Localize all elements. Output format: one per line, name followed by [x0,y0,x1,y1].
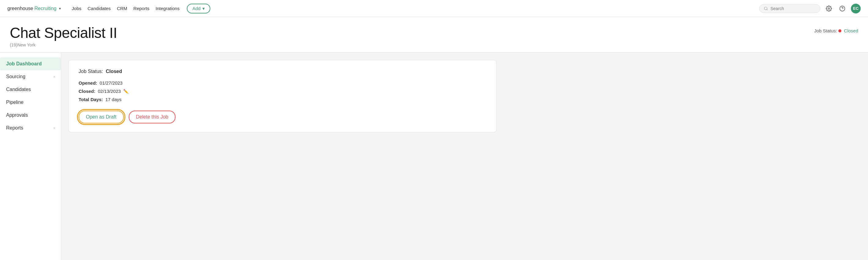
gear-icon [826,5,832,11]
search-icon [764,6,768,11]
content-card: Job Status: Closed Opened: 01/27/2023 Cl… [68,60,497,132]
help-icon [839,5,845,11]
card-total-days-value: 17 days [105,97,122,102]
sidebar-label-reports: Reports [6,125,23,131]
sidebar-item-sourcing[interactable]: Sourcing › [0,70,61,83]
card-status-value: Closed [106,69,122,74]
nav-reports[interactable]: Reports [133,6,150,11]
page-subtitle: (19)New York [10,42,117,47]
nav-integrations[interactable]: Integrations [156,6,180,11]
sidebar-item-approvals[interactable]: Approvals [0,109,61,122]
page-title: Chat Specialist II [10,25,117,41]
logo-chevron-icon: ▾ [59,6,61,11]
page-header: Chat Specialist II (19)New York Job Stat… [0,17,868,53]
svg-point-0 [764,7,767,9]
page-body: Job Dashboard Sourcing › Candidates Pipe… [0,53,868,260]
card-closed-label: Closed: [79,89,95,94]
job-status-label: Job Status: [814,28,837,33]
card-status-label: Job Status: [79,69,103,74]
logo-text-green: Recruiting [35,6,57,11]
edit-closed-date-icon[interactable]: ✏️ [123,89,128,94]
add-label: Add [192,6,200,11]
sidebar-label-sourcing: Sourcing [6,74,25,79]
job-status-value: Closed [844,28,858,33]
job-status-header: Job Status: Closed [814,28,858,33]
card-opened-value: 01/27/2023 [100,80,123,86]
nav-links: Jobs Candidates CRM Reports Integrations [72,6,180,11]
status-dot-icon [838,29,841,32]
card-total-days-label: Total Days: [79,97,103,102]
card-total-days-row: Total Days: 17 days [79,97,487,102]
chevron-right-icon-reports: › [54,126,55,130]
nav-candidates[interactable]: Candidates [88,6,111,11]
nav-jobs[interactable]: Jobs [72,6,82,11]
card-dates: Opened: 01/27/2023 Closed: 02/13/2023 ✏️… [79,80,487,102]
search-box[interactable] [759,4,820,13]
sidebar-item-reports[interactable]: Reports › [0,122,61,134]
avatar-button[interactable]: EC [851,4,861,13]
sidebar-item-job-dashboard[interactable]: Job Dashboard [0,58,61,70]
nav-right: EC [759,4,861,13]
sidebar-item-candidates[interactable]: Candidates [0,83,61,96]
chevron-right-icon: › [54,74,55,79]
add-button[interactable]: Add ▾ [187,4,210,13]
sidebar-item-pipeline[interactable]: Pipeline [0,96,61,109]
card-status-line: Job Status: Closed [79,69,487,74]
svg-point-2 [828,8,830,9]
sidebar-label-candidates: Candidates [6,87,31,92]
sidebar-label-pipeline: Pipeline [6,100,24,105]
card-closed-row: Closed: 02/13/2023 ✏️ [79,89,487,94]
avatar-initials: EC [853,6,859,11]
sidebar-label-approvals: Approvals [6,112,28,118]
top-nav: greenhouse Recruiting ▾ Jobs Candidates … [0,0,868,17]
help-button[interactable] [837,4,847,13]
card-opened-row: Opened: 01/27/2023 [79,80,487,86]
svg-line-1 [767,9,768,10]
sidebar-label-job-dashboard: Job Dashboard [6,61,41,67]
delete-job-button[interactable]: Delete this Job [129,110,176,123]
main-content: Job Status: Closed Opened: 01/27/2023 Cl… [61,53,868,260]
logo[interactable]: greenhouse Recruiting ▾ [7,6,61,11]
settings-button[interactable] [824,4,834,13]
sidebar: Job Dashboard Sourcing › Candidates Pipe… [0,53,61,260]
nav-crm[interactable]: CRM [117,6,127,11]
search-input[interactable] [771,6,816,11]
card-opened-label: Opened: [79,80,97,86]
add-chevron-icon: ▾ [203,6,205,11]
logo-text-plain: greenhouse [7,6,33,11]
card-actions: Open as Draft Delete this Job [79,110,487,123]
card-closed-value: 02/13/2023 [98,89,121,94]
open-as-draft-button[interactable]: Open as Draft [79,110,124,123]
